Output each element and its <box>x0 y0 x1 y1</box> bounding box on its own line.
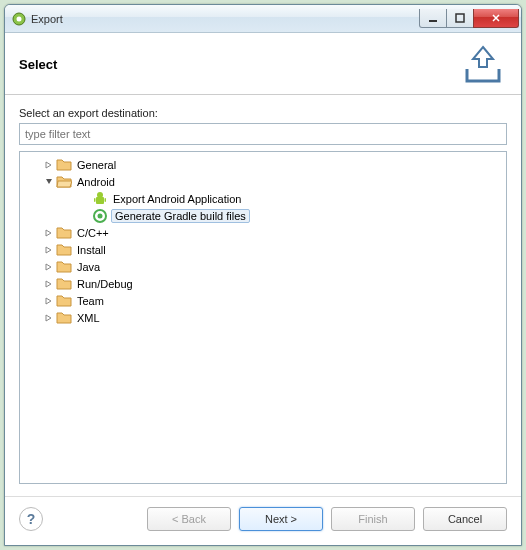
tree-label-selected: Generate Gradle build files <box>111 209 250 223</box>
tree-node-general[interactable]: General <box>40 156 504 173</box>
back-button[interactable]: < Back <box>147 507 231 531</box>
next-button[interactable]: Next > <box>239 507 323 531</box>
folder-icon <box>56 225 72 241</box>
filter-input[interactable] <box>19 123 507 145</box>
folder-icon <box>56 259 72 275</box>
cancel-button[interactable]: Cancel <box>423 507 507 531</box>
tree-label: Export Android Application <box>111 192 243 206</box>
expand-icon[interactable] <box>42 260 56 274</box>
tree-node-ccpp[interactable]: C/C++ <box>40 224 504 241</box>
folder-open-icon <box>56 174 72 190</box>
tree-node-android[interactable]: Android <box>40 173 504 190</box>
export-tree[interactable]: General Android Export Android Applicati… <box>19 151 507 484</box>
svg-rect-7 <box>105 198 107 202</box>
tree-item-generate-gradle[interactable]: Generate Gradle build files <box>76 207 504 224</box>
tree-label: Team <box>75 294 106 308</box>
android-icon <box>92 191 108 207</box>
minimize-button[interactable] <box>419 9 447 28</box>
export-icon <box>459 41 507 89</box>
dialog-header: Select <box>5 33 521 95</box>
folder-icon <box>56 293 72 309</box>
tree-node-xml[interactable]: XML <box>40 309 504 326</box>
svg-rect-4 <box>96 197 104 204</box>
folder-icon <box>56 157 72 173</box>
window-title: Export <box>31 13 420 25</box>
expand-icon[interactable] <box>42 277 56 291</box>
expand-icon[interactable] <box>42 311 56 325</box>
tree-node-rundebug[interactable]: Run/Debug <box>40 275 504 292</box>
folder-icon <box>56 242 72 258</box>
svg-point-5 <box>97 192 103 198</box>
tree-label: Java <box>75 260 102 274</box>
button-bar: ? < Back Next > Finish Cancel <box>5 496 521 545</box>
folder-icon <box>56 310 72 326</box>
svg-rect-6 <box>94 198 96 202</box>
tree-item-export-android-app[interactable]: Export Android Application <box>76 190 504 207</box>
maximize-button[interactable] <box>446 9 474 28</box>
tree-label: XML <box>75 311 102 325</box>
collapse-icon[interactable] <box>42 175 56 189</box>
folder-icon <box>56 276 72 292</box>
svg-point-1 <box>17 16 22 21</box>
prompt-label: Select an export destination: <box>19 107 507 119</box>
tree-node-team[interactable]: Team <box>40 292 504 309</box>
expand-icon[interactable] <box>42 294 56 308</box>
dialog-content: Select an export destination: General An… <box>5 95 521 496</box>
expand-icon[interactable] <box>42 243 56 257</box>
gradle-icon <box>92 208 108 224</box>
finish-button[interactable]: Finish <box>331 507 415 531</box>
tree-label: Install <box>75 243 108 257</box>
tree-node-java[interactable]: Java <box>40 258 504 275</box>
tree-label: Run/Debug <box>75 277 135 291</box>
expand-icon[interactable] <box>42 226 56 240</box>
tree-label: C/C++ <box>75 226 111 240</box>
tree-label: Android <box>75 175 117 189</box>
expand-icon[interactable] <box>42 158 56 172</box>
app-icon <box>11 11 27 27</box>
window-controls <box>420 9 519 29</box>
tree-label: General <box>75 158 118 172</box>
header-title: Select <box>19 57 459 72</box>
titlebar[interactable]: Export <box>5 5 521 33</box>
svg-point-9 <box>98 213 103 218</box>
svg-rect-3 <box>456 14 464 22</box>
tree-node-install[interactable]: Install <box>40 241 504 258</box>
close-button[interactable] <box>473 9 519 28</box>
svg-rect-2 <box>429 20 437 22</box>
help-button[interactable]: ? <box>19 507 43 531</box>
export-dialog: Export Select Select an export destinati… <box>4 4 522 546</box>
